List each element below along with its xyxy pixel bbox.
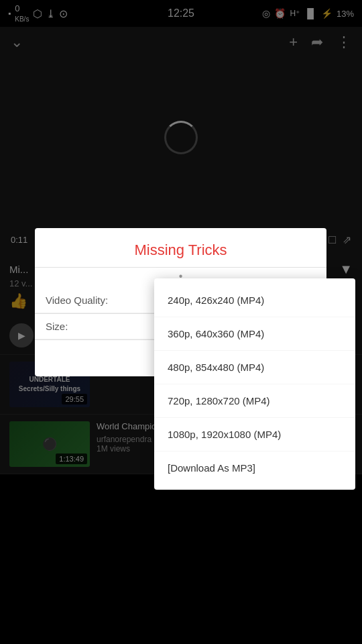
dialog-title: Missing Tricks: [35, 241, 326, 259]
quality-option-240p[interactable]: 240p, 426x240 (MP4): [154, 284, 355, 317]
quality-option-480p[interactable]: 480p, 854x480 (MP4): [154, 351, 355, 384]
size-label: Size:: [46, 321, 126, 332]
quality-option-1080p[interactable]: 1080p, 1920x1080 (MP4): [154, 418, 355, 451]
quality-option-mp3[interactable]: [Download As MP3]: [154, 451, 355, 484]
quality-dropdown: 240p, 426x240 (MP4) 360p, 640x360 (MP4) …: [154, 278, 355, 490]
quality-option-720p[interactable]: 720p, 1280x720 (MP4): [154, 384, 355, 418]
quality-option-360p[interactable]: 360p, 640x360 (MP4): [154, 317, 355, 351]
video-quality-label: Video Quality:: [46, 294, 126, 306]
